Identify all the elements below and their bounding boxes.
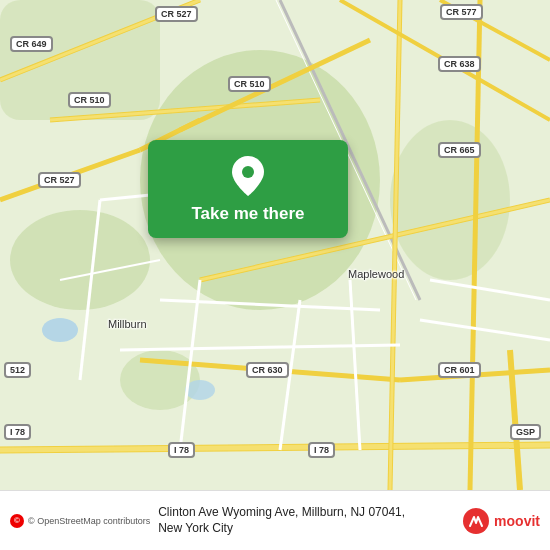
svg-point-38 <box>242 166 254 178</box>
place-label-maplewood: Maplewood <box>348 268 404 280</box>
badge-cr527-top: CR 527 <box>155 6 198 22</box>
svg-line-33 <box>430 280 550 300</box>
osm-attribution: © © OpenStreetMap contributors <box>10 514 150 528</box>
svg-line-29 <box>350 280 360 450</box>
moovit-logo: moovit <box>462 507 540 535</box>
cta-overlay[interactable]: Take me there <box>148 140 348 238</box>
badge-i78-right: I 78 <box>308 442 335 458</box>
svg-line-23 <box>390 0 400 490</box>
badge-512: 512 <box>4 362 31 378</box>
badge-cr665: CR 665 <box>438 142 481 158</box>
badge-cr649: CR 649 <box>10 36 53 52</box>
svg-point-1 <box>10 210 150 310</box>
roads-svg <box>0 0 550 490</box>
badge-cr510-mid: CR 510 <box>228 76 271 92</box>
osm-icon: © <box>10 514 24 528</box>
place-label-millburn: Millburn <box>108 318 147 330</box>
badge-cr601: CR 601 <box>438 362 481 378</box>
badge-i78-left: I 78 <box>4 424 31 440</box>
badge-cr630: CR 630 <box>246 362 289 378</box>
svg-point-5 <box>42 318 78 342</box>
moovit-label: moovit <box>494 513 540 529</box>
badge-cr527-left: CR 527 <box>38 172 81 188</box>
badge-cr638: CR 638 <box>438 56 481 72</box>
moovit-icon <box>462 507 490 535</box>
address-text: Clinton Ave Wyoming Ave, Millburn, NJ 07… <box>158 505 454 536</box>
bottom-bar: © © OpenStreetMap contributors Clinton A… <box>0 490 550 550</box>
badge-i78-mid: I 78 <box>168 442 195 458</box>
osm-text: © OpenStreetMap contributors <box>28 516 150 526</box>
map-container: Maplewood Millburn CR 527 CR 577 CR 649 … <box>0 0 550 490</box>
cta-button-text: Take me there <box>191 204 304 224</box>
badge-gsp: GSP <box>510 424 541 440</box>
badge-cr577: CR 577 <box>440 4 483 20</box>
badge-cr510-left: CR 510 <box>68 92 111 108</box>
pin-icon <box>232 156 264 196</box>
svg-point-6 <box>185 380 215 400</box>
address-line1: Clinton Ave Wyoming Ave, Millburn, NJ 07… <box>158 505 405 519</box>
svg-line-31 <box>120 345 400 350</box>
svg-line-34 <box>420 320 550 340</box>
address-line2: New York City <box>158 521 233 535</box>
